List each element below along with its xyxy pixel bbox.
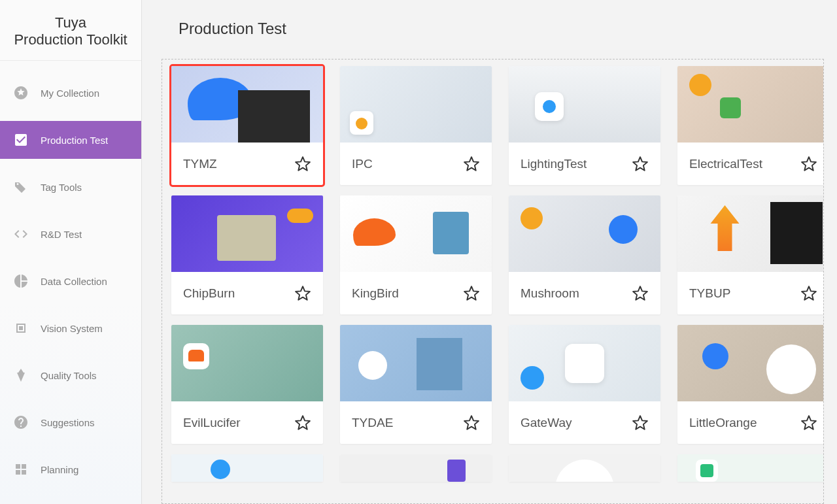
grid-icon [13, 462, 29, 477]
app-title-line2: Production Toolkit [7, 31, 135, 48]
sidebar-item-rd-test[interactable]: R&D Test [0, 215, 141, 253]
card-image [340, 195, 492, 272]
card-image [340, 66, 492, 143]
sidebar: Tuya Production Toolkit My CollectionPro… [0, 0, 142, 504]
sidebar-item-suggestions[interactable]: Suggestions [0, 403, 141, 441]
sidebar-item-label: Quality Tools [41, 370, 97, 381]
star-icon[interactable] [463, 414, 480, 431]
pie-icon [13, 273, 29, 289]
vision-icon [13, 320, 29, 336]
code-icon [13, 226, 29, 242]
card-title: GateWay [521, 416, 572, 430]
card-image [677, 325, 824, 401]
card-image [509, 454, 660, 482]
sidebar-item-my-collection[interactable]: My Collection [0, 74, 141, 112]
card-footer: TYDAE [340, 401, 492, 444]
card-title: TYBUP [689, 286, 730, 301]
sidebar-item-label: Planning [41, 464, 78, 475]
sidebar-item-label: R&D Test [41, 229, 82, 240]
star-icon[interactable] [800, 414, 817, 431]
card-image [171, 325, 323, 401]
card-image [677, 195, 824, 272]
card-grid-container: TYMZIPCLightingTestElectricalTestChipBur… [162, 59, 824, 504]
card-image [171, 454, 323, 482]
sidebar-item-quality-tools[interactable]: Quality Tools [0, 356, 141, 394]
question-icon [13, 414, 29, 430]
sidebar-item-label: Tag Tools [41, 182, 82, 193]
card-partial[interactable] [340, 454, 492, 482]
sidebar-item-production-test[interactable]: Production Test [0, 121, 141, 159]
card-image [677, 66, 824, 143]
card-footer: Mushroom [509, 272, 660, 314]
star-icon[interactable] [463, 156, 480, 173]
card-mushroom[interactable]: Mushroom [509, 195, 660, 314]
card-footer: GateWay [509, 401, 660, 444]
sidebar-item-label: Vision System [41, 323, 103, 334]
card-title: LightingTest [521, 157, 587, 171]
star-icon[interactable] [632, 414, 649, 431]
card-partial[interactable] [509, 454, 660, 482]
star-icon[interactable] [632, 156, 649, 173]
card-gateway[interactable]: GateWay [509, 325, 660, 444]
diamond-icon [13, 367, 29, 383]
card-footer: LightingTest [509, 143, 660, 185]
card-tybup[interactable]: TYBUP [677, 195, 824, 314]
sidebar-item-label: My Collection [41, 88, 99, 99]
star-icon[interactable] [294, 156, 311, 173]
card-footer: IPC [340, 143, 492, 185]
star-icon[interactable] [463, 285, 480, 302]
card-tymz[interactable]: TYMZ [171, 66, 323, 185]
star-icon[interactable] [632, 285, 649, 302]
app-title-line1: Tuya [7, 14, 135, 31]
sidebar-header: Tuya Production Toolkit [0, 0, 141, 61]
card-footer: ChipBurn [171, 272, 323, 314]
card-image [509, 66, 660, 143]
nav-list: My CollectionProduction TestTag ToolsR&D… [0, 61, 141, 488]
card-evillucifer[interactable]: EvilLucifer [171, 325, 323, 444]
sidebar-item-tag-tools[interactable]: Tag Tools [0, 168, 141, 206]
star-circle-icon [13, 85, 29, 101]
sidebar-item-label: Production Test [41, 135, 108, 146]
card-footer: TYBUP [677, 272, 824, 314]
sidebar-item-label: Data Collection [41, 276, 107, 287]
card-image [677, 454, 824, 482]
card-image [340, 454, 492, 482]
star-icon[interactable] [294, 285, 311, 302]
card-footer: KingBird [340, 272, 492, 314]
sidebar-item-data-collection[interactable]: Data Collection [0, 262, 141, 300]
card-title: EvilLucifer [183, 416, 241, 430]
card-title: ElectricalTest [689, 157, 762, 171]
card-image [340, 325, 492, 401]
card-footer: LittleOrange [677, 401, 824, 444]
card-tydae[interactable]: TYDAE [340, 325, 492, 444]
card-title: ChipBurn [183, 286, 235, 301]
card-image [171, 195, 323, 272]
card-littleorange[interactable]: LittleOrange [677, 325, 824, 444]
card-partial[interactable] [677, 454, 824, 482]
sidebar-item-planning[interactable]: Planning [0, 450, 141, 488]
tag-icon [13, 179, 29, 195]
card-footer: ElectricalTest [677, 143, 824, 185]
card-title: TYMZ [183, 157, 217, 171]
card-title: IPC [352, 157, 373, 171]
card-lightingtest[interactable]: LightingTest [509, 66, 660, 185]
star-icon[interactable] [294, 414, 311, 431]
page-title: Production Test [142, 0, 837, 51]
card-footer: TYMZ [171, 143, 323, 185]
card-chipburn[interactable]: ChipBurn [171, 195, 323, 314]
card-image [509, 325, 660, 401]
card-kingbird[interactable]: KingBird [340, 195, 492, 314]
check-doc-icon [13, 132, 29, 148]
card-electricaltest[interactable]: ElectricalTest [677, 66, 824, 185]
card-ipc[interactable]: IPC [340, 66, 492, 185]
card-footer: EvilLucifer [171, 401, 323, 444]
main-content: Production Test TYMZIPCLightingTestElect… [142, 0, 837, 504]
card-title: Mushroom [521, 286, 579, 301]
sidebar-item-vision-system[interactable]: Vision System [0, 309, 141, 347]
star-icon[interactable] [800, 285, 817, 302]
card-title: LittleOrange [689, 416, 757, 430]
card-partial[interactable] [171, 454, 323, 482]
star-icon[interactable] [800, 156, 817, 173]
card-image [509, 195, 660, 272]
card-image [171, 66, 323, 143]
